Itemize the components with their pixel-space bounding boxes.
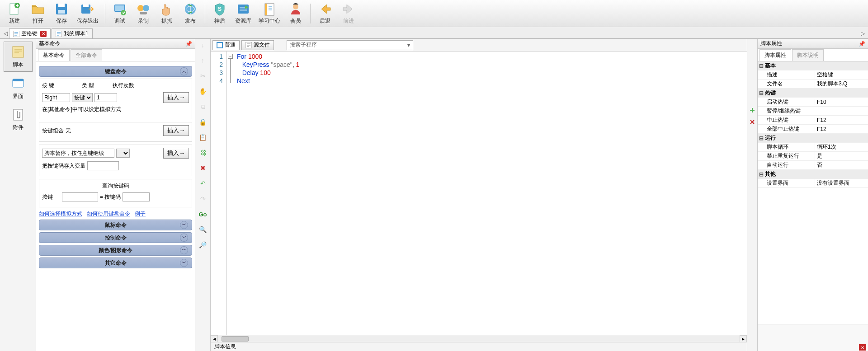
find-replace-icon[interactable]: 🔎 (198, 240, 208, 249)
shield-button[interactable]: S神盾 (208, 1, 231, 26)
attach-icon (11, 108, 25, 122)
query-keycode-output[interactable] (123, 192, 150, 201)
tab-nav-right[interactable]: ▷ (859, 28, 866, 38)
save-exit-button[interactable]: 保存退出 (73, 1, 102, 26)
insert-button-1[interactable]: 插入→ (163, 92, 189, 103)
pause-select[interactable] (116, 149, 130, 158)
prop-value[interactable]: F12 (815, 117, 868, 123)
scroll-right-icon[interactable]: ▸ (740, 335, 747, 342)
rail-script[interactable]: 脚本 (4, 42, 33, 72)
link-icon[interactable]: ⛓ (198, 148, 208, 157)
expand-icon[interactable]: ⊟ (758, 135, 765, 141)
cut-icon[interactable]: ✂ (198, 71, 208, 80)
unlink-icon[interactable]: ✖ (198, 164, 208, 173)
scrollbar-thumb[interactable] (222, 336, 249, 342)
forward-button[interactable]: 前进 (337, 1, 360, 26)
arrow-up-icon[interactable]: ↑ (198, 56, 208, 65)
svg-point-11 (143, 5, 149, 11)
file-tab-strip: ◁ 空格键 ✕ 我的脚本1 ▷ (0, 27, 868, 39)
add-marker-icon[interactable] (749, 107, 756, 114)
member-button[interactable]: 会员 (284, 1, 307, 26)
prop-value[interactable]: 否 (815, 161, 868, 169)
copy-icon[interactable]: ⧉ (198, 102, 208, 111)
prop-value[interactable]: 循环1次 (815, 143, 868, 151)
save-icon (54, 2, 69, 16)
pause-input[interactable] (42, 149, 114, 158)
chevron-down-icon: ﹀ (180, 221, 188, 229)
shield-icon: S (212, 2, 227, 16)
back-button[interactable]: 后退 (313, 1, 337, 26)
props-tab-desc[interactable]: 脚本说明 (792, 49, 824, 61)
pin-icon[interactable]: 📌 (185, 41, 192, 47)
redo-icon[interactable]: ↷ (198, 194, 208, 203)
rail-ui[interactable]: 界面 (4, 74, 33, 103)
subtab-basic[interactable]: 基本命令 (38, 49, 70, 61)
property-description-box (758, 324, 868, 351)
paste-icon[interactable]: 📋 (198, 133, 208, 142)
code-editor[interactable]: 1234 − For 1000 KeyPress "space", 1 Dela… (211, 51, 747, 335)
insert-button-3[interactable]: 插入→ (163, 148, 189, 159)
key-input[interactable] (42, 93, 70, 102)
horizontal-scrollbar[interactable]: ◂ ▸ (211, 335, 747, 342)
save-button[interactable]: 保存 (50, 1, 73, 26)
file-tab-second[interactable]: 我的脚本1 (52, 28, 93, 38)
accordion-color[interactable]: 颜色/图形命令﹀ (39, 245, 192, 256)
lock-icon[interactable]: 🔒 (198, 117, 208, 126)
publish-button[interactable]: 发布 (179, 1, 202, 26)
hand-icon[interactable]: ✋ (198, 87, 208, 96)
tab-nav-left[interactable]: ◁ (2, 28, 9, 38)
svg-rect-6 (83, 5, 89, 7)
view-normal-button[interactable]: 普通 (212, 40, 240, 50)
undo-icon[interactable]: ↶ (198, 179, 208, 188)
props-tab-properties[interactable]: 脚本属性 (760, 49, 791, 61)
prop-value[interactable]: 空格键 (815, 71, 868, 79)
pin-icon[interactable]: 📌 (859, 41, 865, 47)
view-source-button[interactable]: 源文件 (241, 40, 274, 50)
svg-rect-26 (217, 43, 222, 47)
repo-button[interactable]: 资源库 (231, 1, 255, 26)
prop-value[interactable]: 是 (815, 152, 868, 160)
record-button[interactable]: 录制 (132, 1, 155, 26)
expand-icon[interactable]: ⊟ (758, 90, 765, 96)
tab-close-icon[interactable]: ✕ (40, 31, 47, 37)
grab-button[interactable]: 抓抓 (155, 1, 179, 26)
insert-button-2[interactable]: 插入→ (163, 125, 189, 136)
link-example[interactable]: 例子 (135, 210, 146, 218)
prop-value[interactable]: 没有设置界面 (815, 179, 868, 187)
file-tab-active[interactable]: 空格键 ✕ (9, 28, 51, 38)
keycode-var-input[interactable] (87, 161, 119, 170)
fold-marker[interactable]: − (228, 54, 233, 59)
prop-label: 中止热键 (765, 116, 815, 124)
scroll-left-icon[interactable]: ◂ (211, 335, 218, 342)
search-sub-select[interactable]: 搜索子程序▾ (287, 40, 413, 50)
prop-value[interactable]: F12 (815, 126, 868, 132)
prop-value[interactable]: 我的脚本3.Q (815, 80, 868, 88)
expand-icon[interactable]: ⊟ (758, 63, 765, 69)
link-sim-mode[interactable]: 如何选择模拟方式 (39, 210, 82, 218)
go-icon[interactable]: Go (198, 210, 208, 219)
remove-marker-icon[interactable] (749, 118, 756, 126)
label-combo: 按键组合 (42, 127, 64, 135)
subtab-all[interactable]: 全部命令 (71, 49, 102, 61)
accordion-other[interactable]: 其它命令﹀ (39, 257, 192, 268)
learn-button[interactable]: 学习中心 (255, 1, 284, 26)
debug-button[interactable]: 调试 (108, 1, 132, 26)
arrow-down-icon[interactable]: ↓ (198, 41, 208, 50)
query-key-input[interactable] (62, 192, 98, 201)
type-select[interactable]: 按键 (72, 93, 93, 102)
find-icon[interactable]: 🔍 (198, 225, 208, 234)
accordion-keyboard[interactable]: 键盘命令︿ (39, 66, 192, 77)
rail-attach[interactable]: 附件 (4, 105, 33, 134)
status-close-icon[interactable]: ✕ (859, 344, 866, 351)
open-icon (31, 2, 45, 16)
link-keyboard-cmd[interactable]: 如何使用键盘命令 (87, 210, 130, 218)
accordion-control[interactable]: 控制命令﹀ (39, 232, 192, 243)
query-keycode-header: 查询按键码 (102, 182, 129, 190)
prop-value[interactable]: F10 (815, 99, 868, 105)
code-text[interactable]: For 1000 KeyPress "space", 1 Delay 100Ne… (234, 51, 302, 335)
times-input[interactable] (94, 93, 117, 102)
expand-icon[interactable]: ⊟ (758, 171, 765, 178)
accordion-mouse[interactable]: 鼠标命令﹀ (39, 220, 192, 230)
new-button[interactable]: 新建 (3, 1, 26, 26)
open-button[interactable]: 打开 (26, 1, 50, 26)
